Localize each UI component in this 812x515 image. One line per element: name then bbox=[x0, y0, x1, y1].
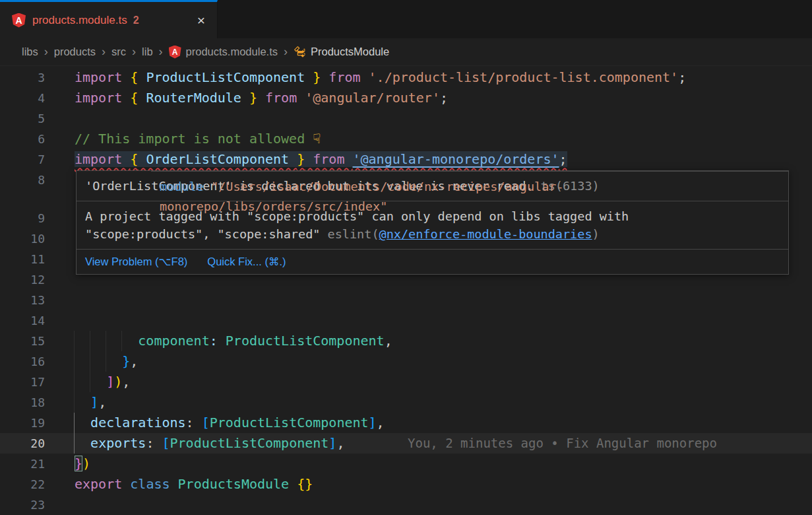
code-token: ] bbox=[369, 415, 377, 430]
code-token bbox=[75, 333, 138, 349]
line-number[interactable]: 13 bbox=[0, 290, 45, 310]
code-line[interactable]: 15 component: ProductListComponent, bbox=[0, 331, 812, 351]
code-token: ProductListComponent bbox=[210, 415, 369, 430]
line-number[interactable]: 9 bbox=[0, 208, 45, 228]
line-number[interactable]: 7 bbox=[0, 149, 45, 170]
code-line[interactable]: 18 ], bbox=[0, 392, 812, 413]
line-number[interactable]: 17 bbox=[0, 372, 45, 392]
code-line-text: import { ProductListComponent } from './… bbox=[75, 67, 812, 88]
code-token: // This import is not allowed bbox=[75, 131, 313, 147]
code-token: {} bbox=[297, 476, 313, 492]
code-token: declarations bbox=[90, 415, 186, 430]
code-line[interactable]: 19 declarations: [ProductListComponent], bbox=[0, 413, 812, 433]
hover-popup-text: monorepo/libs/orders/src/index" bbox=[160, 199, 387, 213]
code-token: from bbox=[257, 90, 305, 106]
line-number[interactable]: 4 bbox=[0, 88, 45, 108]
code-line[interactable]: 21}) bbox=[0, 454, 812, 474]
line-number[interactable]: 19 bbox=[0, 413, 45, 433]
code-token: RouterModule bbox=[138, 90, 249, 106]
tab-bar: A products.module.ts 2 × bbox=[0, 0, 812, 38]
breadcrumb-item-products[interactable]: products bbox=[54, 46, 96, 58]
breadcrumb-label: products bbox=[54, 46, 96, 58]
code-token: , bbox=[130, 353, 138, 369]
code-token bbox=[218, 333, 226, 349]
line-number[interactable]: 23 bbox=[0, 495, 45, 515]
code-token: OrderListComponent bbox=[138, 151, 297, 167]
line-number[interactable]: 21 bbox=[0, 454, 45, 474]
error-squiggle-range: import { OrderListComponent } from '@ang… bbox=[75, 151, 567, 167]
tab-products-module[interactable]: A products.module.ts 2 × bbox=[0, 0, 218, 38]
code-editor[interactable]: 3import { ProductListComponent } from '.… bbox=[0, 66, 812, 515]
breadcrumb-item-productsmodule[interactable]: ProductsModule bbox=[294, 46, 389, 58]
code-token: ) bbox=[82, 456, 90, 471]
breadcrumb-item-src[interactable]: src bbox=[111, 46, 126, 58]
code-token: ProductListComponent bbox=[138, 69, 313, 85]
git-blame-annotation: You, 2 minutes ago • Fix Angular monorep… bbox=[408, 433, 717, 454]
eslint-rule-link[interactable]: @nx/enforce-module-boundaries bbox=[379, 227, 592, 241]
view-problem-action[interactable]: View Problem (⌥F8) bbox=[85, 256, 187, 268]
code-token: : bbox=[146, 435, 162, 451]
line-number[interactable]: 3 bbox=[0, 67, 45, 88]
code-line-text: }, bbox=[75, 351, 812, 372]
code-token: [ bbox=[202, 415, 210, 430]
line-number[interactable]: 15 bbox=[0, 331, 45, 351]
code-token: : bbox=[186, 415, 202, 430]
code-token: { bbox=[130, 69, 138, 85]
code-token: export bbox=[75, 476, 130, 492]
code-line[interactable]: 3import { ProductListComponent } from '.… bbox=[0, 67, 812, 88]
code-line[interactable]: 6// This import is not allowed ☟ bbox=[0, 129, 812, 149]
code-token: } bbox=[313, 69, 321, 85]
code-token: ProductListComponent bbox=[170, 435, 329, 451]
code-line[interactable]: 5 bbox=[0, 108, 812, 129]
breadcrumb-label: ProductsModule bbox=[311, 46, 389, 58]
line-number[interactable]: 14 bbox=[0, 310, 45, 331]
code-token: } bbox=[249, 90, 257, 106]
line-number[interactable]: 22 bbox=[0, 474, 45, 495]
quick-fix-action[interactable]: Quick Fix... (⌘.) bbox=[207, 256, 286, 268]
code-token bbox=[75, 394, 90, 410]
breadcrumb-label: products.module.ts bbox=[186, 46, 278, 58]
code-token: ; bbox=[678, 69, 686, 85]
code-token: } bbox=[122, 353, 130, 369]
code-token: ; bbox=[559, 151, 567, 167]
code-token: , bbox=[385, 333, 392, 349]
line-number[interactable]: 18 bbox=[0, 392, 45, 413]
breadcrumb: libs›products›src›lib›Aproducts.module.t… bbox=[0, 38, 812, 66]
hover-popup-line: monorepo/libs/orders/src/index" bbox=[160, 197, 780, 217]
line-number[interactable]: 20 bbox=[0, 433, 45, 454]
line-number[interactable]: 8 bbox=[0, 170, 45, 190]
code-token bbox=[75, 415, 90, 430]
code-line[interactable]: 20 exports: [ProductListComponent],You, … bbox=[0, 433, 812, 454]
line-number[interactable]: 11 bbox=[0, 249, 45, 269]
code-token: ☟ bbox=[313, 131, 321, 147]
line-number[interactable]: 12 bbox=[0, 269, 45, 290]
line-number[interactable]: 16 bbox=[0, 351, 45, 372]
hover-popup-line: module "/Users/isaac/Documents/code/nx-r… bbox=[160, 177, 780, 197]
line-number[interactable]: 5 bbox=[0, 108, 45, 129]
code-line[interactable]: 13 bbox=[0, 290, 812, 310]
code-token: , bbox=[377, 415, 385, 430]
code-line[interactable]: 4import { RouterModule } from '@angular/… bbox=[0, 88, 812, 108]
close-icon[interactable]: × bbox=[197, 13, 205, 27]
code-token: ProductListComponent bbox=[226, 333, 385, 349]
breadcrumb-label: lib bbox=[142, 46, 153, 58]
code-token: , bbox=[122, 374, 130, 390]
code-line[interactable]: 7import { OrderListComponent } from '@an… bbox=[0, 149, 812, 170]
code-line[interactable]: 23 bbox=[0, 495, 812, 515]
code-line[interactable]: 17 ]), bbox=[0, 372, 812, 392]
breadcrumb-item-lib[interactable]: lib bbox=[142, 46, 153, 58]
code-line[interactable]: 22export class ProductsModule {} bbox=[0, 474, 812, 495]
code-line[interactable]: 14 bbox=[0, 310, 812, 331]
code-line[interactable]: 16 }, bbox=[0, 351, 812, 372]
hover-popup-text: eslint( bbox=[328, 227, 379, 241]
breadcrumb-item-products-module-ts[interactable]: Aproducts.module.ts bbox=[169, 46, 278, 59]
code-line-text: }) bbox=[75, 454, 812, 474]
hover-popup-line: "scope:products", "scope:shared" eslint(… bbox=[85, 225, 780, 243]
hover-popup-actions: View Problem (⌥F8)Quick Fix... (⌘.) bbox=[77, 249, 788, 274]
line-number[interactable]: 6 bbox=[0, 129, 45, 149]
code-token: { bbox=[130, 90, 138, 106]
code-token: import bbox=[75, 69, 130, 85]
line-number[interactable]: 10 bbox=[0, 228, 45, 249]
code-token: : bbox=[210, 333, 218, 349]
breadcrumb-item-libs[interactable]: libs bbox=[22, 46, 38, 58]
